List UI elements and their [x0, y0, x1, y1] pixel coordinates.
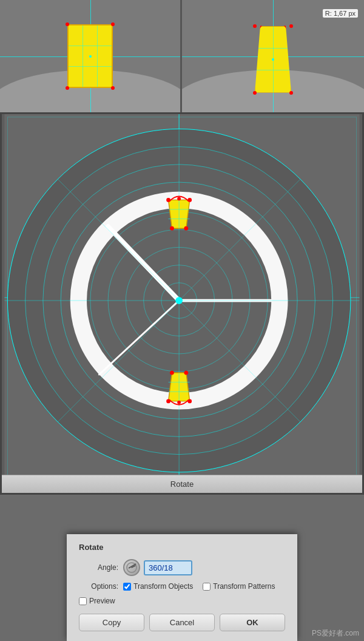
svg-point-27: [187, 198, 192, 202]
options-label: Options:: [79, 582, 118, 591]
angle-label: Angle:: [79, 563, 118, 572]
svg-line-41: [132, 566, 135, 568]
ok-button[interactable]: OK: [220, 614, 285, 631]
transform-objects-option[interactable]: Transform Objects: [123, 582, 193, 591]
rotate-dialog: Rotate Angle: 360/18 Options: Transform …: [67, 534, 297, 641]
svg-point-28: [170, 226, 174, 231]
svg-point-34: [177, 401, 181, 404]
dialog-buttons: Copy Cancel OK: [79, 614, 285, 631]
preview-option[interactable]: Preview: [79, 597, 115, 605]
svg-point-38: [170, 371, 174, 375]
svg-point-25: [177, 197, 181, 201]
right-preview-panel: R: 1,67 px: [182, 0, 364, 112]
main-canvas: Rotate: [0, 112, 364, 495]
top-preview-section: R: 1,67 px: [0, 0, 364, 112]
svg-point-29: [184, 226, 188, 231]
dialog-section-title: Rotate: [79, 543, 285, 552]
options-row: Options: Transform Objects Transform Pat…: [79, 582, 285, 591]
svg-point-35: [187, 399, 192, 403]
r-label: R: 1,67 px: [323, 9, 358, 18]
left-preview-panel: [0, 0, 182, 112]
cancel-button[interactable]: Cancel: [149, 614, 215, 631]
svg-point-26: [166, 198, 170, 202]
yellow-rectangle: [67, 24, 113, 88]
trapezoid-shape: [255, 26, 291, 93]
transform-patterns-checkbox[interactable]: [203, 583, 211, 591]
dialog-title-bar-label: Rotate: [170, 480, 194, 489]
preview-checkbox[interactable]: [79, 597, 87, 605]
transform-patterns-option[interactable]: Transform Patterns: [203, 582, 275, 591]
angle-input[interactable]: 360/18: [144, 560, 192, 575]
watermark: PS爱好者.com: [312, 628, 359, 639]
svg-point-37: [184, 371, 188, 375]
copy-button[interactable]: Copy: [79, 614, 144, 631]
angle-row: Angle: 360/18: [79, 559, 285, 576]
preview-row: Preview: [79, 597, 285, 605]
transform-objects-checkbox[interactable]: [123, 583, 131, 591]
svg-point-36: [166, 399, 170, 403]
angle-dial-icon[interactable]: [123, 559, 140, 576]
